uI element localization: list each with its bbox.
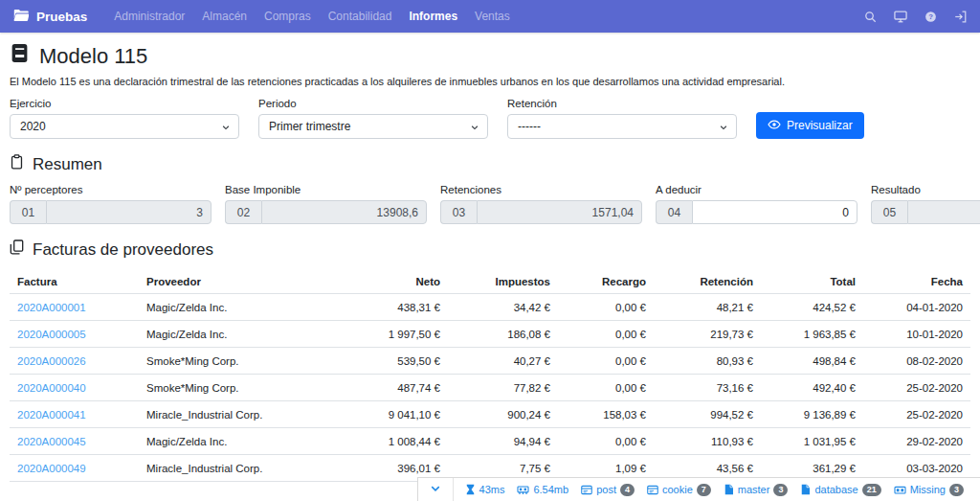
column-header-neto: Neto [316, 269, 448, 294]
n-perceptores-input [46, 200, 212, 224]
periodo-label: Periodo [258, 98, 488, 109]
table-cell: Magic/Zelda Inc. [139, 321, 316, 348]
factura-link[interactable]: 2020A000001 [17, 302, 86, 313]
retencion-group: Retención ------ [507, 98, 737, 139]
debug-item-6-54mb[interactable]: 6.54mb [517, 484, 568, 495]
table-cell: 487,74 € [316, 375, 448, 401]
table-row: 2020A000026Smoke*Ming Corp.539,50 €40,27… [10, 348, 970, 375]
factura-link[interactable]: 2020A000026 [17, 355, 86, 367]
debug-item-badge: 3 [773, 484, 788, 496]
factura-link[interactable]: 2020A000040 [17, 382, 86, 394]
table-cell: 9 041,10 € [316, 401, 448, 428]
table-cell: 29-02-2020 [863, 428, 970, 455]
nav-item-compras[interactable]: Compras [264, 10, 311, 23]
factura-link[interactable]: 2020A000005 [17, 329, 86, 340]
table-cell: 438,31 € [316, 294, 448, 321]
svg-text:?: ? [928, 12, 933, 21]
card-icon [647, 485, 658, 495]
factura-link[interactable]: 2020A000041 [17, 409, 86, 421]
page-title: Modelo 115 [10, 43, 970, 69]
resumen-field-a-deducir: A deducir04 [656, 184, 858, 224]
table-cell: 0,00 € [558, 321, 654, 348]
logout-icon[interactable] [954, 11, 967, 23]
periodo-group: Periodo Primer trimestre [258, 98, 488, 139]
table-cell: 0,00 € [558, 294, 654, 321]
factura-link[interactable]: 2020A000045 [17, 436, 86, 447]
retencion-value: ------ [518, 120, 541, 133]
facturas-title-text: Facturas de proveedores [33, 240, 213, 260]
input-group: 03 [440, 200, 642, 224]
table-cell: 77,82 € [448, 375, 558, 401]
table-cell: Miracle_Industrial Corp. [139, 455, 316, 482]
help-icon[interactable]: ? [924, 11, 937, 23]
debug-item-master[interactable]: master3 [724, 484, 789, 496]
debug-item-label: cookie [662, 484, 693, 495]
factura-cell: 2020A000041 [10, 401, 139, 428]
debug-item-badge: 7 [697, 484, 711, 496]
table-cell: 498,84 € [761, 348, 863, 375]
table-cell: 25-02-2020 [863, 375, 970, 401]
views-icon [894, 485, 906, 495]
input-prefix: 04 [656, 200, 692, 224]
debug-item-label: 43ms [479, 484, 505, 495]
debug-item-cookie[interactable]: cookie7 [647, 484, 711, 496]
debug-item-post[interactable]: post4 [581, 484, 635, 496]
input-prefix: 01 [10, 200, 46, 224]
table-cell: 08-02-2020 [863, 348, 970, 375]
resumen-title-text: Resumen [33, 155, 102, 174]
nav-item-almace-n[interactable]: Almacén [202, 10, 247, 23]
factura-cell: 2020A000045 [10, 428, 139, 455]
table-row: 2020A000001Magic/Zelda Inc.438,31 €34,42… [10, 294, 970, 321]
chevron-down-icon [221, 122, 231, 135]
table-cell: 994,52 € [654, 401, 761, 428]
display-icon[interactable] [894, 11, 907, 23]
resumen-field-n-perceptores: Nº perceptores01 [10, 184, 212, 224]
nav-item-ventas[interactable]: Ventas [475, 10, 510, 23]
field-label: Base Imponible [225, 184, 427, 195]
input-prefix: 05 [871, 200, 907, 224]
brand-label: Pruebas [36, 10, 87, 24]
top-navbar: Pruebas AdministradorAlmacénComprasConta… [0, 0, 980, 33]
retencion-select[interactable]: ------ [507, 114, 737, 139]
eye-icon [768, 119, 781, 133]
file-icon [800, 484, 811, 495]
factura-link[interactable]: 2020A000049 [17, 463, 86, 474]
debug-toolbar: 43ms6.54mbpost4cookie7master3database21M… [417, 477, 980, 501]
column-header-factura: Factura [10, 269, 139, 294]
folder-icon [13, 9, 29, 25]
column-header-total: Total [761, 269, 863, 294]
debug-item-badge: 21 [862, 484, 881, 496]
resumen-field-resultado: Resultado05 [871, 184, 980, 224]
app-brand[interactable]: Pruebas [13, 9, 87, 25]
debug-item-missing[interactable]: Missing3 [894, 484, 964, 496]
debug-item-label: Missing [910, 484, 946, 495]
a-deducir-input[interactable] [692, 200, 858, 224]
nav-item-administrador[interactable]: Administrador [114, 10, 185, 23]
debug-item-database[interactable]: database21 [800, 484, 880, 496]
facturas-table: FacturaProveedorNetoImpuestosRecargoRete… [10, 269, 970, 482]
field-label: Resultado [871, 184, 980, 195]
debug-toolbar-toggle[interactable] [418, 478, 454, 501]
input-group: 01 [10, 200, 212, 224]
table-cell: 73,16 € [654, 375, 761, 401]
base-imponible-input [261, 200, 427, 224]
field-label: A deducir [656, 184, 858, 195]
table-cell: Smoke*Ming Corp. [139, 348, 316, 375]
table-cell: 0,00 € [558, 428, 654, 455]
debug-item-label: database [814, 484, 858, 495]
table-cell: 186,08 € [448, 321, 558, 348]
search-icon[interactable] [864, 11, 877, 23]
nav-item-contabilidad[interactable]: Contabilidad [328, 10, 392, 23]
chevron-down-icon [430, 483, 441, 496]
column-header-recargo: Recargo [558, 269, 654, 294]
nav-item-informes[interactable]: Informes [409, 10, 457, 23]
factura-cell: 2020A000026 [10, 348, 139, 375]
previsualizar-button[interactable]: Previsualizar [756, 112, 864, 139]
table-cell: 34,42 € [448, 294, 558, 321]
table-cell: 80,93 € [654, 348, 761, 375]
periodo-select[interactable]: Primer trimestre [258, 114, 488, 139]
nav-icons: ? [864, 11, 967, 23]
debug-item-43ms[interactable]: 43ms [465, 484, 505, 495]
retenciones-input [477, 200, 642, 224]
ejercicio-select[interactable]: 2020 [10, 114, 239, 139]
